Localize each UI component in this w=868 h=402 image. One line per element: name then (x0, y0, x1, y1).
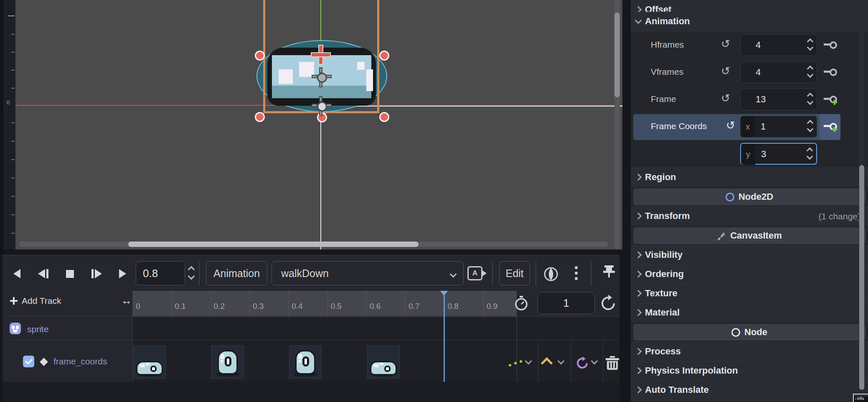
class-label: Node (744, 327, 767, 338)
stop-button[interactable] (61, 265, 79, 283)
revert-icon[interactable]: ↺ (726, 119, 735, 132)
spin-down-icon[interactable] (188, 273, 195, 280)
add-key-icon[interactable] (824, 94, 838, 104)
selection-handle-bottom-left[interactable] (255, 112, 265, 122)
class-header-canvasitem[interactable]: CanvasItem (633, 227, 865, 244)
selection-handle-bottom-right[interactable] (379, 112, 389, 122)
section-label: Animation (645, 16, 690, 27)
section-label: Region (645, 172, 676, 183)
ruler-cell-separator (366, 291, 367, 317)
frame-coords-x-field[interactable]: x 1 (740, 116, 817, 137)
spinner[interactable] (808, 39, 812, 50)
edit-label: Edit (505, 267, 523, 280)
section-material[interactable]: Material (631, 303, 868, 322)
animation-select-dropdown[interactable]: walkDown (272, 261, 464, 285)
pin-panel-icon[interactable] (603, 265, 615, 281)
vertical-ruler: 0 (3, 0, 15, 249)
key-icon[interactable] (824, 40, 838, 50)
property-frame-coords: Frame Coords ↺ x 1 (631, 113, 868, 140)
add-key-icon[interactable] (824, 122, 838, 132)
vframes-field[interactable]: 4 (740, 61, 817, 83)
separator (591, 261, 591, 285)
ruler-tick (11, 88, 15, 89)
section-process[interactable]: Process (631, 342, 868, 361)
class-header-node2d[interactable]: Node2D (633, 188, 865, 205)
ruler-tick (11, 34, 15, 35)
class-label: CanvasItem (730, 230, 782, 241)
section-label: Texture (645, 288, 678, 299)
keyframe-thumbnail[interactable] (289, 346, 322, 379)
selection-handle-left[interactable] (255, 51, 265, 61)
frame-coords-y-field[interactable]: y 3 (740, 143, 817, 165)
play-from-start-button[interactable] (87, 265, 106, 283)
spinner[interactable] (808, 94, 812, 104)
revert-icon[interactable]: ↺ (721, 65, 730, 78)
spinner[interactable] (808, 66, 812, 77)
hframes-field[interactable]: 4 (740, 34, 817, 56)
track-group-name[interactable]: sprite (27, 324, 48, 334)
loop-wrap-dropdown[interactable] (592, 359, 597, 364)
playback-position-value: 0.8 (143, 267, 158, 280)
section-ordering[interactable]: Ordering (631, 265, 868, 284)
section-offset[interactable]: Offset (631, 0, 868, 12)
viewport-hscrollbar-thumb[interactable] (128, 242, 419, 247)
delete-track-icon[interactable] (606, 356, 619, 370)
onion-skinning-icon[interactable] (542, 266, 560, 282)
inspector-scrollbar-thumb[interactable] (859, 165, 864, 390)
keyframe-thumbnail[interactable] (211, 346, 244, 379)
property-vframes: Vframes ↺ 4 (631, 59, 868, 86)
play-backwards-button[interactable] (8, 265, 26, 283)
spin-up-icon[interactable] (188, 266, 195, 273)
key-icon[interactable] (824, 67, 838, 77)
animation-length-field[interactable]: 1 (538, 292, 595, 314)
inspector-panel: Offset Animation Hframes ↺ 4 Vframes ↺ 4… (631, 0, 868, 402)
class-header-node[interactable]: Node (633, 324, 865, 341)
track-loop-wrap-icon[interactable] (575, 356, 589, 369)
ruler-tick (11, 233, 15, 234)
timeline-pan-icon[interactable]: ↔ (121, 294, 132, 307)
section-visibility[interactable]: Visibility (631, 245, 868, 265)
chevron-right-icon (635, 252, 642, 259)
2d-viewport-canvas[interactable] (15, 0, 622, 249)
separator (538, 341, 538, 381)
ruler-time-label: 0 (136, 302, 140, 311)
edit-button[interactable]: Edit (499, 261, 530, 285)
frame-field[interactable]: 13 (740, 89, 817, 110)
section-region[interactable]: Region (631, 168, 868, 187)
section-label: Material (645, 307, 680, 318)
animation-menu-button[interactable]: Animation (206, 261, 267, 285)
chevron-right-icon (635, 348, 642, 355)
keyframe-thumbnail[interactable] (133, 346, 166, 379)
play-backwards-from-end-button[interactable] (34, 265, 52, 283)
revert-icon[interactable]: ↺ (721, 92, 730, 105)
autoplay-on-load-button[interactable]: A (467, 266, 487, 280)
track-update-mode-icon[interactable] (509, 360, 523, 366)
chevron-right-icon (635, 271, 642, 278)
chevron-down-icon (450, 271, 457, 278)
play-button[interactable] (113, 265, 132, 283)
add-track-button[interactable]: Add Track (10, 296, 61, 306)
revert-icon[interactable]: ↺ (721, 38, 730, 51)
origin-gizmo[interactable] (313, 98, 328, 113)
section-transform[interactable]: Transform (1 change) (631, 206, 868, 226)
spinner[interactable] (807, 148, 812, 159)
position-spinner[interactable] (189, 267, 194, 279)
keyframe-thumbnail[interactable] (367, 346, 400, 379)
pivot-crosshair[interactable] (312, 46, 330, 64)
viewport-vscrollbar-thumb[interactable] (614, 13, 620, 97)
selection-handle-right[interactable] (379, 51, 389, 61)
interpolation-dropdown[interactable] (558, 359, 563, 364)
section-texture[interactable]: Texture (631, 284, 868, 303)
playback-position-field[interactable]: 0.8 (136, 261, 185, 285)
timeline-ruler[interactable]: 00.10.20.30.40.50.60.70.80.9 (132, 291, 517, 317)
update-mode-dropdown[interactable] (526, 359, 531, 364)
ruler-cell-separator (171, 291, 172, 317)
move-gizmo[interactable] (313, 69, 328, 84)
section-auto-translate[interactable]: Auto Translate (631, 380, 868, 402)
loop-animation-button[interactable] (599, 294, 617, 313)
section-animation[interactable]: Animation (631, 12, 868, 32)
section-physics-interpolation[interactable]: Physics Interpolation (631, 361, 868, 380)
spinner[interactable] (808, 121, 812, 131)
more-options-icon[interactable] (575, 266, 578, 280)
ruler-tick (11, 159, 15, 160)
